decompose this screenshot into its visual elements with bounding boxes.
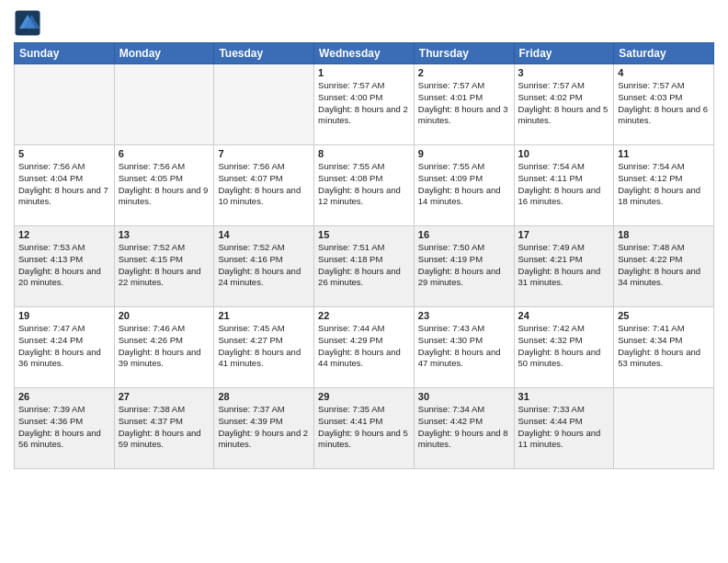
- day-number: 21: [218, 310, 310, 321]
- day-number: 17: [518, 229, 610, 240]
- day-number: 11: [618, 148, 710, 159]
- calendar-cell: 2Sunrise: 7:57 AM Sunset: 4:01 PM Daylig…: [414, 64, 514, 145]
- calendar-cell: 7Sunrise: 7:56 AM Sunset: 4:07 PM Daylig…: [214, 145, 314, 226]
- calendar-cell: [15, 64, 115, 145]
- cell-text: Sunrise: 7:56 AM Sunset: 4:05 PM Dayligh…: [119, 161, 210, 208]
- calendar-cell: 12Sunrise: 7:53 AM Sunset: 4:13 PM Dayli…: [15, 226, 115, 307]
- cell-text: Sunrise: 7:50 AM Sunset: 4:19 PM Dayligh…: [418, 242, 510, 289]
- day-number: 12: [18, 229, 110, 240]
- calendar-cell: 28Sunrise: 7:37 AM Sunset: 4:39 PM Dayli…: [214, 388, 314, 469]
- cell-text: Sunrise: 7:57 AM Sunset: 4:01 PM Dayligh…: [418, 80, 510, 127]
- calendar-cell: 18Sunrise: 7:48 AM Sunset: 4:22 PM Dayli…: [614, 226, 714, 307]
- calendar-cell: 31Sunrise: 7:33 AM Sunset: 4:44 PM Dayli…: [514, 388, 614, 469]
- cell-text: Sunrise: 7:57 AM Sunset: 4:00 PM Dayligh…: [318, 80, 410, 127]
- cell-text: Sunrise: 7:56 AM Sunset: 4:04 PM Dayligh…: [18, 161, 110, 208]
- cell-text: Sunrise: 7:33 AM Sunset: 4:44 PM Dayligh…: [518, 404, 610, 451]
- cell-text: Sunrise: 7:41 AM Sunset: 4:34 PM Dayligh…: [618, 323, 710, 370]
- calendar-cell: 23Sunrise: 7:43 AM Sunset: 4:30 PM Dayli…: [414, 307, 514, 388]
- calendar-cell: 5Sunrise: 7:56 AM Sunset: 4:04 PM Daylig…: [15, 145, 115, 226]
- day-number: 23: [418, 310, 510, 321]
- day-number: 3: [518, 67, 610, 78]
- calendar-cell: 29Sunrise: 7:35 AM Sunset: 4:41 PM Dayli…: [314, 388, 415, 469]
- calendar-cell: 13Sunrise: 7:52 AM Sunset: 4:15 PM Dayli…: [114, 226, 214, 307]
- cell-text: Sunrise: 7:34 AM Sunset: 4:42 PM Dayligh…: [418, 404, 510, 451]
- cell-text: Sunrise: 7:47 AM Sunset: 4:24 PM Dayligh…: [18, 323, 110, 370]
- day-number: 31: [518, 391, 610, 402]
- cell-text: Sunrise: 7:45 AM Sunset: 4:27 PM Dayligh…: [218, 323, 310, 370]
- cell-text: Sunrise: 7:35 AM Sunset: 4:41 PM Dayligh…: [318, 404, 410, 451]
- day-number: 10: [518, 148, 610, 159]
- day-number: 6: [119, 148, 210, 159]
- logo-icon: [14, 9, 41, 37]
- day-number: 7: [218, 148, 310, 159]
- calendar-cell: 19Sunrise: 7:47 AM Sunset: 4:24 PM Dayli…: [15, 307, 115, 388]
- calendar-header-thursday: Thursday: [414, 43, 514, 64]
- calendar-cell: 3Sunrise: 7:57 AM Sunset: 4:02 PM Daylig…: [514, 64, 614, 145]
- calendar-week-1: 1Sunrise: 7:57 AM Sunset: 4:00 PM Daylig…: [15, 64, 714, 145]
- day-number: 25: [618, 310, 710, 321]
- calendar-header-monday: Monday: [114, 43, 214, 64]
- day-number: 19: [18, 310, 110, 321]
- calendar-cell: 30Sunrise: 7:34 AM Sunset: 4:42 PM Dayli…: [414, 388, 514, 469]
- calendar-cell: 21Sunrise: 7:45 AM Sunset: 4:27 PM Dayli…: [214, 307, 314, 388]
- calendar-header-wednesday: Wednesday: [314, 43, 415, 64]
- calendar-cell: 16Sunrise: 7:50 AM Sunset: 4:19 PM Dayli…: [414, 226, 514, 307]
- header: [14, 9, 714, 37]
- calendar-cell: 20Sunrise: 7:46 AM Sunset: 4:26 PM Dayli…: [114, 307, 214, 388]
- logo: [14, 9, 45, 37]
- day-number: 26: [18, 391, 110, 402]
- calendar-week-5: 26Sunrise: 7:39 AM Sunset: 4:36 PM Dayli…: [15, 388, 714, 469]
- calendar-week-3: 12Sunrise: 7:53 AM Sunset: 4:13 PM Dayli…: [15, 226, 714, 307]
- day-number: 28: [218, 391, 310, 402]
- calendar-cell: 25Sunrise: 7:41 AM Sunset: 4:34 PM Dayli…: [614, 307, 714, 388]
- cell-text: Sunrise: 7:51 AM Sunset: 4:18 PM Dayligh…: [318, 242, 410, 289]
- calendar-header-sunday: Sunday: [15, 43, 115, 64]
- calendar-header-tuesday: Tuesday: [214, 43, 314, 64]
- cell-text: Sunrise: 7:52 AM Sunset: 4:16 PM Dayligh…: [218, 242, 310, 289]
- cell-text: Sunrise: 7:42 AM Sunset: 4:32 PM Dayligh…: [518, 323, 610, 370]
- calendar-cell: 14Sunrise: 7:52 AM Sunset: 4:16 PM Dayli…: [214, 226, 314, 307]
- page: SundayMondayTuesdayWednesdayThursdayFrid…: [0, 0, 728, 563]
- day-number: 29: [318, 391, 410, 402]
- day-number: 27: [119, 391, 210, 402]
- day-number: 2: [418, 67, 510, 78]
- calendar-cell: 24Sunrise: 7:42 AM Sunset: 4:32 PM Dayli…: [514, 307, 614, 388]
- cell-text: Sunrise: 7:52 AM Sunset: 4:15 PM Dayligh…: [119, 242, 210, 289]
- cell-text: Sunrise: 7:57 AM Sunset: 4:02 PM Dayligh…: [518, 80, 610, 127]
- calendar-cell: 4Sunrise: 7:57 AM Sunset: 4:03 PM Daylig…: [614, 64, 714, 145]
- cell-text: Sunrise: 7:38 AM Sunset: 4:37 PM Dayligh…: [119, 404, 210, 451]
- calendar-cell: [114, 64, 214, 145]
- day-number: 15: [318, 229, 410, 240]
- cell-text: Sunrise: 7:46 AM Sunset: 4:26 PM Dayligh…: [119, 323, 210, 370]
- day-number: 22: [318, 310, 410, 321]
- calendar-cell: [214, 64, 314, 145]
- day-number: 18: [618, 229, 710, 240]
- calendar-header-saturday: Saturday: [614, 43, 714, 64]
- calendar-cell: 9Sunrise: 7:55 AM Sunset: 4:09 PM Daylig…: [414, 145, 514, 226]
- calendar-cell: 15Sunrise: 7:51 AM Sunset: 4:18 PM Dayli…: [314, 226, 415, 307]
- cell-text: Sunrise: 7:39 AM Sunset: 4:36 PM Dayligh…: [18, 404, 110, 451]
- cell-text: Sunrise: 7:49 AM Sunset: 4:21 PM Dayligh…: [518, 242, 610, 289]
- calendar-header-row: SundayMondayTuesdayWednesdayThursdayFrid…: [15, 43, 714, 64]
- day-number: 16: [418, 229, 510, 240]
- day-number: 1: [318, 67, 410, 78]
- cell-text: Sunrise: 7:55 AM Sunset: 4:08 PM Dayligh…: [318, 161, 410, 208]
- day-number: 5: [18, 148, 110, 159]
- day-number: 4: [618, 67, 710, 78]
- calendar-cell: 8Sunrise: 7:55 AM Sunset: 4:08 PM Daylig…: [314, 145, 415, 226]
- calendar-week-4: 19Sunrise: 7:47 AM Sunset: 4:24 PM Dayli…: [15, 307, 714, 388]
- day-number: 9: [418, 148, 510, 159]
- calendar-cell: 1Sunrise: 7:57 AM Sunset: 4:00 PM Daylig…: [314, 64, 415, 145]
- cell-text: Sunrise: 7:54 AM Sunset: 4:11 PM Dayligh…: [518, 161, 610, 208]
- calendar-cell: 17Sunrise: 7:49 AM Sunset: 4:21 PM Dayli…: [514, 226, 614, 307]
- cell-text: Sunrise: 7:54 AM Sunset: 4:12 PM Dayligh…: [618, 161, 710, 208]
- calendar-table: SundayMondayTuesdayWednesdayThursdayFrid…: [14, 42, 714, 469]
- cell-text: Sunrise: 7:57 AM Sunset: 4:03 PM Dayligh…: [618, 80, 710, 127]
- calendar-cell: 6Sunrise: 7:56 AM Sunset: 4:05 PM Daylig…: [114, 145, 214, 226]
- day-number: 30: [418, 391, 510, 402]
- cell-text: Sunrise: 7:44 AM Sunset: 4:29 PM Dayligh…: [318, 323, 410, 370]
- day-number: 13: [119, 229, 210, 240]
- day-number: 14: [218, 229, 310, 240]
- calendar-cell: 27Sunrise: 7:38 AM Sunset: 4:37 PM Dayli…: [114, 388, 214, 469]
- cell-text: Sunrise: 7:55 AM Sunset: 4:09 PM Dayligh…: [418, 161, 510, 208]
